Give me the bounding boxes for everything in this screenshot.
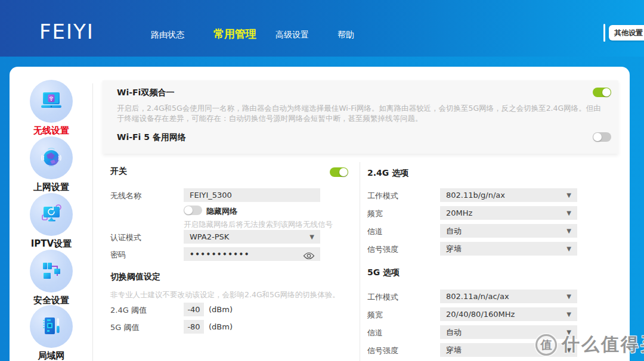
chevron-down-icon: ▼	[566, 188, 571, 202]
signal-strength-5g-label: 信号强度	[367, 346, 398, 356]
ssid-label: 无线名称	[110, 191, 141, 201]
wifi5-backup-title: Wi-Fi 5 备用网络	[117, 132, 186, 143]
bandwidth-24g-label: 频宽	[367, 208, 383, 219]
sidebar-item-iptv-settings[interactable]: IPTV设置	[10, 193, 93, 250]
sidebar-item-label: 无线设置	[33, 125, 69, 136]
bandwidth-24g-value: 20MHz	[446, 208, 472, 217]
band-5g-title: 5G 选项	[367, 267, 400, 278]
work-mode-5g-label: 工作模式	[367, 292, 398, 303]
channel-5g-label: 信道	[367, 328, 383, 338]
auth-mode-value: WPA2-PSK	[190, 232, 229, 241]
band-24g-title: 2.4G 选项	[367, 168, 408, 179]
bandwidth-24g-dropdown[interactable]: 20MHz ▼	[440, 206, 577, 220]
sidebar-item-label: 局域网	[38, 350, 65, 361]
threshold-5g-input[interactable]: -80	[184, 320, 204, 334]
chevron-down-icon: ▼	[566, 307, 571, 321]
sidebar-item-label: IPTV设置	[31, 238, 72, 250]
work-mode-24g-dropdown[interactable]: 802.11b/g/n/ax ▼	[440, 188, 577, 202]
show-password-eye-icon[interactable]	[303, 250, 315, 264]
dbm-unit-24g: (dBm)	[209, 305, 233, 314]
nav-common-management[interactable]: 常用管理	[213, 27, 256, 41]
channel-24g-value: 自动	[446, 226, 462, 235]
switch-title: 开关	[110, 166, 127, 177]
nav-advanced-settings[interactable]: 高级设置	[275, 30, 309, 41]
chevron-down-icon: ▼	[566, 224, 571, 238]
top-header: FEIYI 路由状态 常用管理 高级设置 帮助 其他设置	[0, 0, 644, 57]
work-mode-5g-dropdown[interactable]: 802.11a/n/ac/ax ▼	[440, 290, 577, 303]
dual-band-title: Wi-Fi双频合一	[117, 88, 174, 98]
chevron-down-icon: ▼	[566, 325, 571, 339]
sidebar-item-security-settings[interactable]: 安全设置	[10, 250, 93, 306]
password-input[interactable]: •••••••••••	[184, 247, 320, 261]
chevron-down-icon: ▼	[566, 290, 571, 303]
column-divider	[360, 162, 360, 361]
hide-network-label: 隐藏网络	[206, 206, 237, 217]
toggle-knob	[184, 206, 193, 214]
signal-strength-24g-dropdown[interactable]: 穿墙 ▼	[440, 242, 577, 256]
bandwidth-5g-label: 频宽	[367, 310, 383, 320]
hide-network-toggle[interactable]	[184, 206, 202, 215]
channel-24g-dropdown[interactable]: 自动 ▼	[440, 224, 577, 238]
toggle-knob	[602, 88, 611, 97]
signal-strength-24g-value: 穿墙	[446, 244, 462, 253]
dual-band-description: 开启后，2.4G和5G会使用同一名称，路由器会自动为终端选择最佳Wi-Fi网络。…	[117, 103, 601, 123]
nav-help[interactable]: 帮助	[338, 30, 354, 41]
chevron-down-icon: ▼	[309, 230, 314, 244]
signal-strength-5g-dropdown[interactable]: 穿墙 ▼	[440, 343, 577, 357]
dual-band-toggle[interactable]	[593, 88, 611, 97]
chevron-down-icon: ▼	[566, 343, 571, 357]
chevron-down-icon: ▼	[566, 242, 571, 256]
work-mode-24g-label: 工作模式	[367, 191, 398, 201]
iptv-settings-icon	[30, 193, 73, 236]
password-masked-value: •••••••••••	[190, 250, 250, 259]
internet-settings-icon	[30, 136, 73, 179]
threshold-title: 切换阈值设定	[110, 272, 160, 282]
wifi-switch-toggle[interactable]	[330, 167, 348, 177]
bandwidth-5g-value: 20/40/80/160MHz	[446, 310, 515, 319]
ssid-input[interactable]: FEIYI_5300	[184, 188, 320, 202]
hide-network-hint: 开启隐藏网络后将无法搜索到该网络无线信号	[184, 220, 333, 230]
auth-mode-dropdown[interactable]: WPA2-PSK ▼	[184, 230, 320, 244]
header-separator	[603, 24, 605, 42]
channel-5g-value: 自动	[446, 328, 462, 337]
work-mode-24g-value: 802.11b/g/n/ax	[446, 191, 505, 200]
dbm-unit-5g: (dBm)	[209, 322, 233, 331]
nav-router-status[interactable]: 路由状态	[151, 30, 184, 41]
wireless-settings-icon	[30, 80, 73, 123]
toggle-knob	[593, 133, 602, 141]
threshold-24g-input[interactable]: -40	[184, 303, 204, 316]
sidebar-item-label: 上网设置	[33, 182, 69, 193]
toggle-knob	[339, 168, 348, 176]
signal-strength-24g-label: 信号强度	[367, 244, 398, 255]
other-settings-button[interactable]: 其他设置	[609, 25, 644, 41]
threshold-hint: 非专业人士建议不要改动该设定，会影响2.4G和5G网络的切换体验。	[110, 290, 340, 300]
auth-mode-label: 认证模式	[110, 232, 141, 243]
sidebar-item-internet-settings[interactable]: 上网设置	[10, 136, 93, 193]
sidebar-item-lan[interactable]: 局域网	[10, 305, 93, 361]
signal-strength-5g-value: 穿墙	[446, 346, 462, 354]
sidebar: 无线设置	[10, 67, 93, 361]
chevron-down-icon: ▼	[566, 206, 571, 220]
channel-5g-dropdown[interactable]: 自动 ▼	[440, 325, 577, 339]
threshold-5g-label: 5G 阈值	[110, 322, 139, 333]
bandwidth-5g-dropdown[interactable]: 20/40/80/160MHz ▼	[440, 307, 577, 321]
sidebar-item-wireless-settings[interactable]: 无线设置	[10, 80, 93, 136]
lan-settings-icon	[30, 305, 73, 348]
channel-24g-label: 信道	[367, 226, 383, 237]
security-settings-icon	[30, 250, 73, 292]
brand-logo: FEIYI	[39, 20, 94, 43]
wifi5-backup-toggle[interactable]	[593, 132, 611, 142]
threshold-24g-label: 2.4G 阈值	[110, 305, 147, 316]
work-mode-5g-value: 802.11a/n/ac/ax	[446, 292, 509, 301]
router-admin-page: FEIYI 路由状态 常用管理 高级设置 帮助 其他设置	[0, 0, 644, 361]
dual-band-panel: Wi-Fi双频合一 开启后，2.4G和5G会使用同一名称，路由器会自动为终端选择…	[103, 80, 618, 154]
password-label: 密码	[110, 250, 126, 260]
